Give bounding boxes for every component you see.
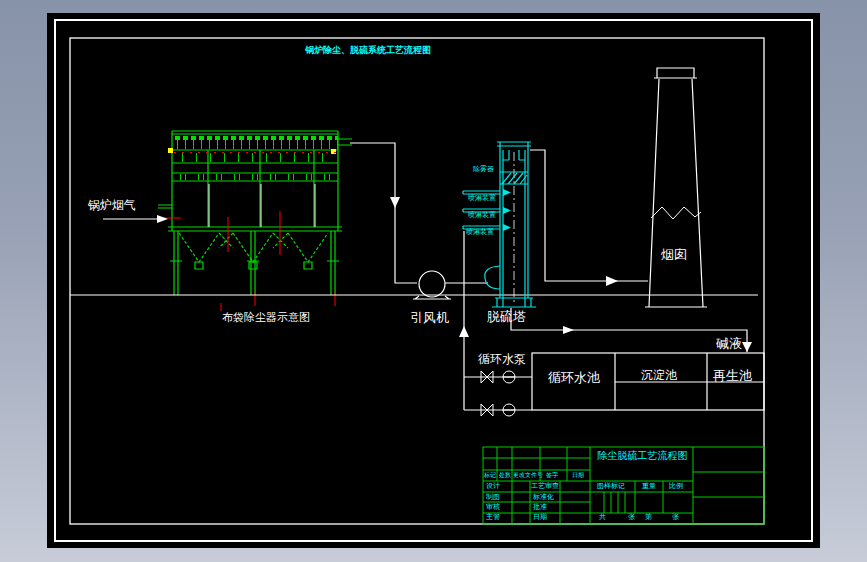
arrow-drain-right xyxy=(563,326,574,334)
label-spray-1: 喷淋装置 xyxy=(468,195,496,202)
sheet-frames xyxy=(55,20,812,541)
label-pool-regeneration: 再生池 xyxy=(713,369,752,383)
chimney-structure xyxy=(645,68,707,307)
tb-stamp-mark: 图样标记 xyxy=(597,483,625,490)
titleblock-drawing-name: 除尘脱硫工艺流程图 xyxy=(592,451,693,462)
arrow-down-duct xyxy=(390,197,400,208)
baghouse-to-fan-duct xyxy=(350,143,417,283)
label-pool-sedimentation: 沉淀池 xyxy=(641,369,677,382)
tb-weight: 重量 xyxy=(642,483,656,490)
arrow-into-baghouse xyxy=(157,215,168,223)
label-fan: 引风机 xyxy=(410,311,449,325)
drawing-linework xyxy=(0,0,867,562)
arrow-alkali-down xyxy=(742,342,752,352)
label-tower: 脱硫塔 xyxy=(487,310,526,324)
label-boiler-flue-gas: 锅炉烟气 xyxy=(88,199,136,212)
label-demister: 除雾器 xyxy=(473,166,494,173)
chimney-break-symbol xyxy=(651,207,701,219)
tb-rev-file: 更改文件号 xyxy=(513,472,543,478)
label-pump: 循环水泵 xyxy=(478,353,526,366)
tower-inlet-scroll xyxy=(485,266,500,289)
baghouse-legs xyxy=(174,231,335,295)
bag-clamp-row xyxy=(176,174,336,180)
hopper-discharge-boxes xyxy=(195,262,312,269)
outer-frame xyxy=(55,20,812,541)
main-title: 锅炉除尘、脱硫系统工艺流程图 xyxy=(300,46,436,55)
pump-branch-lines xyxy=(464,377,532,410)
tb-draft: 制图 xyxy=(486,494,500,501)
baghouse-inlet-stub xyxy=(158,205,172,208)
label-pool-circulating: 循环水池 xyxy=(548,371,600,385)
fan-casing xyxy=(419,271,445,297)
tb-rev-date: 日期 xyxy=(572,472,584,478)
tower-drain-line xyxy=(511,308,747,352)
tb-check: 审核 xyxy=(486,504,500,511)
baghouse-bag-lines xyxy=(209,184,315,227)
bag-hanger-row xyxy=(176,153,336,162)
chimney-rim xyxy=(654,68,697,78)
label-alkali: 碱液 xyxy=(716,337,742,351)
label-baghouse-caption: 布袋除尘器示意图 xyxy=(222,312,310,324)
baghouse-braces xyxy=(219,233,288,248)
tb-standardization: 标准化 xyxy=(533,494,554,501)
chimney-walls xyxy=(645,79,707,307)
label-spray-3: 喷淋装置 xyxy=(466,229,494,236)
tb-rev-sign: 签字 xyxy=(546,472,558,478)
tb-sheet-zhang2: 张 xyxy=(672,514,679,521)
tb-approve: 批准 xyxy=(533,504,547,511)
spray-arrows xyxy=(503,189,511,231)
tower-base xyxy=(492,298,536,307)
baghouse-outlet-stub xyxy=(338,139,352,145)
arrow-to-chimney xyxy=(606,276,618,286)
tower-to-chimney-duct xyxy=(530,150,648,281)
tb-sheet-zhang1: 张 xyxy=(628,514,635,521)
tb-date: 日期 xyxy=(533,514,547,521)
label-spray-2: 喷淋装置 xyxy=(468,212,496,219)
baghouse-hoppers xyxy=(179,233,328,262)
tb-sheet-no: 第 xyxy=(645,514,652,521)
pump-valve-symbols xyxy=(481,371,515,416)
tb-sheet-total: 共 xyxy=(599,514,606,521)
tb-process-review: 工艺审查 xyxy=(531,483,559,490)
tb-supervisor: 主管 xyxy=(486,514,500,521)
tb-scale: 比例 xyxy=(669,483,683,490)
arrow-riser-up xyxy=(459,326,469,337)
pulse-valve-stems xyxy=(174,140,338,149)
tb-rev-mark: 标记 xyxy=(484,472,496,478)
tb-rev-count: 处数 xyxy=(499,472,511,478)
tb-design: 设计 xyxy=(486,483,500,490)
cad-viewport: 锅炉除尘、脱硫系统工艺流程图 锅炉烟气 布袋除尘器示意图 引风机 脱硫塔 烟囱 … xyxy=(0,0,867,562)
label-chimney: 烟囱 xyxy=(661,248,687,262)
flow-arrows xyxy=(157,197,752,352)
